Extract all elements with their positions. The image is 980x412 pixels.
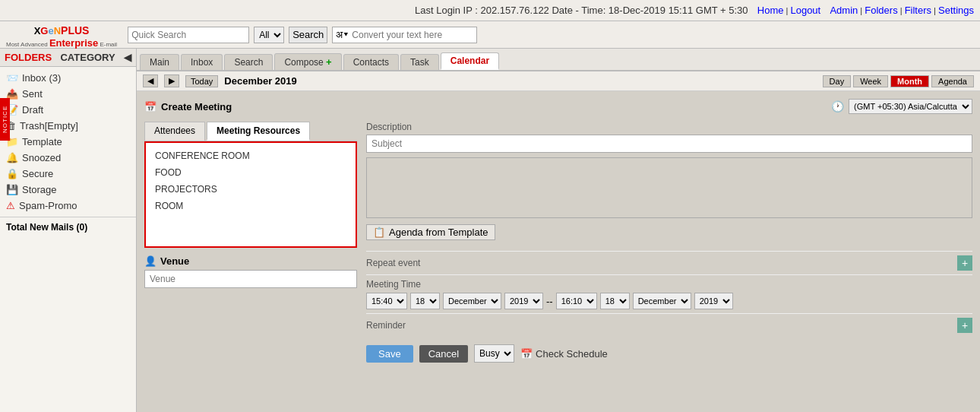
end-year-select[interactable]: 2019 [694,293,733,309]
time-separator: -- [546,296,553,307]
admin-link[interactable]: Admin [830,5,858,16]
storage-icon: 💾 [6,184,18,195]
sidebar-item-inbox[interactable]: 📨 Inbox (3) [0,70,136,86]
venue-section: 👤 Venue [144,255,357,288]
tab-task[interactable]: Task [400,54,439,70]
tab-calendar[interactable]: Calendar [441,52,499,70]
sidebar-header: FOLDERS CATEGORY ◀ [0,49,136,67]
agenda-row: 📋 Agenda from Template [366,224,972,246]
category-label: CATEGORY [60,52,115,63]
time-row: 15:40 18 December 2019 -- [366,293,972,309]
tab-meeting-resources[interactable]: Meeting Resources [207,122,310,141]
header: XGeNPLUS Most Advanced Enterprise E-mail… [0,21,980,49]
logout-link[interactable]: Logout [790,5,820,16]
trash-label: Trash[Empty] [20,120,78,132]
home-link[interactable]: Home [757,5,784,16]
spam-icon: ⚠ [6,200,15,211]
main-layout: NOTICE FOLDERS CATEGORY ◀ 📨 Inbox (3) 📤 … [0,49,980,412]
sidebar-item-template[interactable]: 📁 Template [0,134,136,150]
sidebar-item-draft[interactable]: 📝 Draft [0,102,136,118]
logo: XGeNPLUS Most Advanced Enterprise E-mail [6,21,117,49]
translate-input[interactable] [352,30,473,40]
sidebar: NOTICE FOLDERS CATEGORY ◀ 📨 Inbox (3) 📤 … [0,49,137,412]
sent-label: Sent [22,88,43,100]
end-month-select[interactable]: December [633,293,691,309]
meeting-tabs: Attendees Meeting Resources [144,122,357,141]
cal-next-button[interactable]: ▶ [164,74,179,87]
cancel-button[interactable]: Cancel [419,345,468,363]
cal-toolbar: ◀ ▶ Today December 2019 Day Week Month A… [137,71,980,91]
settings-link[interactable]: Settings [938,5,974,16]
sidebar-item-sent[interactable]: 📤 Sent [0,86,136,102]
venue-input[interactable] [144,270,357,288]
tab-search[interactable]: Search [224,54,273,70]
cal-day-button[interactable]: Day [823,75,852,87]
action-row: Save Cancel Busy Free 📅 Check Schedule [366,344,972,363]
folders-label: FOLDERS [5,52,52,63]
reminder-add-button[interactable]: + [957,318,972,333]
sidebar-item-spam[interactable]: ⚠ Spam-Promo [0,198,136,214]
search-button[interactable]: Search [289,27,327,43]
resource-projectors[interactable]: PROJECTORS [150,181,351,198]
tab-contacts[interactable]: Contacts [343,54,399,70]
cal-month-label: December 2019 [224,75,816,87]
tab-compose[interactable]: Compose + [274,53,341,70]
search-input[interactable] [128,27,249,43]
sidebar-items: 📨 Inbox (3) 📤 Sent 📝 Draft 🗑 Trash[Empty… [0,67,136,217]
inbox-label: Inbox (3) [22,72,61,84]
description-body[interactable] [366,157,972,218]
meeting-right-panel: Description 📋 Agenda from Template Repea… [366,122,972,363]
repeat-add-button[interactable]: + [957,255,972,271]
cal-week-button[interactable]: Week [853,75,888,87]
sidebar-item-secure[interactable]: 🔒 Secure [0,166,136,182]
resources-panel: CONFERENCE ROOM FOOD PROJECTORS ROOM [144,141,357,248]
total-new-mails: Total New Mails (0) [0,217,136,237]
login-info: Last Login IP : 202.157.76.122 Date - Ti… [415,5,748,16]
secure-icon: 🔒 [6,168,18,179]
template-label: Template [22,136,62,147]
start-day-select[interactable]: 18 [410,293,440,309]
content-area: Main Inbox Search Compose + Contacts Tas… [137,49,980,412]
search-type-select[interactable]: All [254,27,284,43]
meeting-left-panel: Attendees Meeting Resources CONFERENCE R… [144,122,357,363]
resource-conference-room[interactable]: CONFERENCE ROOM [150,147,351,164]
venue-person-icon: 👤 [144,255,156,267]
cal-agenda-button[interactable]: Agenda [931,75,974,87]
filters-link[interactable]: Filters [905,5,931,16]
cal-month-button[interactable]: Month [890,75,929,87]
save-button[interactable]: Save [366,345,413,363]
reminder-section: Reminder + [366,313,972,337]
folders-link[interactable]: Folders [865,5,897,16]
start-month-select[interactable]: December [443,293,501,309]
venue-label: 👤 Venue [144,255,357,267]
devanagari-icon: अ▾ [336,29,349,41]
subject-input[interactable] [366,135,972,153]
notice-bar: NOTICE [0,98,10,141]
end-time-select[interactable]: 16:10 [556,293,597,309]
cal-prev-button[interactable]: ◀ [143,74,158,87]
resource-room[interactable]: ROOM [150,198,351,214]
agenda-template-button[interactable]: 📋 Agenda from Template [366,224,495,240]
end-day-select[interactable]: 18 [600,293,630,309]
start-time-select[interactable]: 15:40 [366,293,407,309]
sidebar-item-trash[interactable]: 🗑 Trash[Empty] [0,118,136,134]
secure-label: Secure [22,168,53,179]
calendar-check-icon: 📅 [520,348,533,360]
tab-main[interactable]: Main [140,54,179,70]
translate-area: अ▾ [332,27,477,43]
timezone-select[interactable]: (GMT +05:30) Asia/Calcutta [849,99,972,114]
clock-icon: 🕐 [831,100,844,113]
sidebar-item-storage[interactable]: 💾 Storage [0,182,136,198]
repeat-section: Repeat event + [366,251,972,274]
tab-attendees[interactable]: Attendees [144,122,205,141]
sidebar-item-snoozed[interactable]: 🔔 Snoozed [0,150,136,166]
tab-inbox[interactable]: Inbox [181,54,223,70]
status-select[interactable]: Busy Free [474,344,514,363]
snoozed-label: Snoozed [22,152,61,163]
sidebar-toggle-icon[interactable]: ◀ [124,52,131,63]
start-year-select[interactable]: 2019 [504,293,543,309]
resource-food[interactable]: FOOD [150,164,351,181]
spam-label: Spam-Promo [19,200,77,211]
cal-today-button[interactable]: Today [185,75,218,87]
check-schedule-button[interactable]: 📅 Check Schedule [520,348,608,360]
